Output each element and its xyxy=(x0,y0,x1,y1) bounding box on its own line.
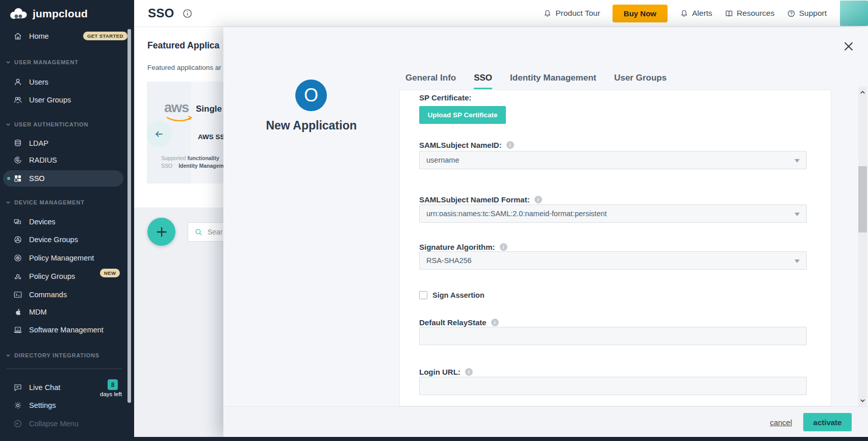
sign-assertion-checkbox-row[interactable]: Sign Assertion xyxy=(419,291,484,299)
logo-text: jumpcloud xyxy=(33,8,88,20)
sidebar-item-label: Software Management xyxy=(29,326,104,334)
login-url-label: Login URL:i xyxy=(419,368,473,376)
chevron-down-icon[interactable] xyxy=(6,122,11,127)
info-icon[interactable]: i xyxy=(500,243,507,251)
sidebar-item-mdm[interactable]: MDM xyxy=(0,304,125,320)
sidebar-item-label: LDAP xyxy=(29,139,48,147)
sidebar-item-collapse-menu[interactable]: Collapse Menu xyxy=(0,416,125,431)
sidebar-scrollbar-thumb[interactable] xyxy=(127,29,131,403)
product-tour-label: Product Tour xyxy=(555,9,600,18)
sidebar-item-user-groups[interactable]: User Groups xyxy=(0,92,125,108)
sidebar-item-settings[interactable]: Settings xyxy=(0,398,125,413)
search-icon xyxy=(194,228,203,237)
sidebar-item-devices[interactable]: Devices xyxy=(0,214,125,229)
terminal-icon xyxy=(13,290,22,299)
sidebar-item-label: SSO xyxy=(29,174,45,183)
cancel-button[interactable]: cancel xyxy=(770,418,792,427)
info-icon[interactable] xyxy=(183,9,192,18)
tab-user-groups[interactable]: User Groups xyxy=(614,73,667,89)
chevron-down-icon[interactable] xyxy=(6,353,11,358)
activate-button[interactable]: activate xyxy=(803,413,852,431)
aws-smile-icon xyxy=(166,115,194,123)
book-icon xyxy=(725,9,733,18)
info-icon[interactable]: i xyxy=(465,368,473,376)
users-icon xyxy=(13,95,22,105)
modal-scrollbar[interactable] xyxy=(858,87,867,406)
sidebar-item-label: RADIUS xyxy=(29,156,57,164)
section-device-management[interactable]: DEVICE MANAGEMENT xyxy=(14,199,85,205)
aws-card-name: AWS SS xyxy=(198,133,225,141)
aws-card-title: Single xyxy=(196,104,222,114)
sidebar-item-label: Live Chat xyxy=(29,383,60,392)
plus-icon xyxy=(155,225,169,239)
chevron-down-icon[interactable] xyxy=(859,397,866,404)
sidebar-item-label: Policy Management xyxy=(29,254,94,262)
sidebar-item-label: Policy Groups xyxy=(29,272,75,280)
sidebar-item-software-management[interactable]: Software Management xyxy=(0,322,125,338)
sidebar-item-radius[interactable]: RADIUS xyxy=(0,152,125,168)
aws-logo-text: aws xyxy=(164,100,189,116)
sidebar-item-label: User Groups xyxy=(29,96,71,104)
signature-algorithm-select[interactable]: RSA-SHA256 xyxy=(419,251,807,270)
sidebar-item-commands[interactable]: Commands xyxy=(0,287,125,302)
nameid-format-label: SAMLSubject NameID Format:i xyxy=(419,195,542,204)
get-started-badge[interactable]: GET STARTED xyxy=(83,32,127,40)
sign-assertion-checkbox[interactable] xyxy=(419,291,427,299)
chevron-up-icon[interactable] xyxy=(859,89,866,96)
close-button[interactable] xyxy=(843,40,855,53)
sp-certificate-label: SP Certificate: xyxy=(419,93,471,102)
info-icon[interactable]: i xyxy=(491,319,499,326)
tab-sso[interactable]: SSO xyxy=(474,73,492,89)
jumpcloud-logo[interactable]: jumpcloud xyxy=(8,7,88,20)
database-icon xyxy=(13,139,22,148)
sidebar-item-users[interactable]: Users xyxy=(0,74,125,90)
scrollbar-thumb[interactable] xyxy=(858,166,867,232)
gear-icon xyxy=(13,401,22,410)
window-bottom-edge xyxy=(0,437,868,441)
sidebar-divider xyxy=(6,369,122,369)
user-avatar[interactable] xyxy=(840,1,868,26)
collapse-arrow-icon xyxy=(13,419,22,428)
alerts-label: Alerts xyxy=(692,9,712,18)
sidebar-item-sso[interactable]: SSO xyxy=(0,171,125,186)
support-button[interactable]: Support xyxy=(787,9,827,18)
info-icon[interactable]: i xyxy=(506,141,514,149)
default-relaystate-input[interactable] xyxy=(419,327,807,345)
chevron-down-icon[interactable] xyxy=(6,60,11,65)
alerts-button[interactable]: Alerts xyxy=(680,9,712,18)
application-logo: O xyxy=(295,80,327,111)
devices-icon xyxy=(13,217,22,226)
sidebar-item-ldap[interactable]: LDAP xyxy=(0,136,125,151)
section-directory-integrations[interactable]: DIRECTORY INTEGRATIONS xyxy=(14,352,99,358)
add-application-button[interactable] xyxy=(147,218,175,246)
modal-tabs: General Info SSO Identity Management Use… xyxy=(405,73,667,89)
aws-card-tags: SSOIdentity Managemen xyxy=(161,163,230,169)
page-title: SSO xyxy=(148,6,174,20)
trial-days-badge: 8 xyxy=(108,379,118,390)
sidebar-item-label: Devices xyxy=(29,218,56,226)
resources-button[interactable]: Resources xyxy=(725,9,775,18)
section-user-authentication[interactable]: USER AUTHENTICATION xyxy=(14,121,88,127)
sidebar-item-label: MDM xyxy=(29,308,47,316)
section-user-management[interactable]: USER MANAGEMENT xyxy=(14,59,79,65)
tab-general-info[interactable]: General Info xyxy=(405,73,456,89)
home-icon xyxy=(13,32,22,41)
chevron-down-icon[interactable] xyxy=(6,200,11,205)
buy-now-button[interactable]: Buy Now xyxy=(612,5,668,22)
sidebar-item-device-groups[interactable]: Device Groups xyxy=(0,232,125,247)
grid-icon xyxy=(13,174,22,183)
sidebar-item-policy-management[interactable]: Policy Management xyxy=(0,250,125,266)
nameid-format-select[interactable]: urn:oasis:names:tc:SAML:2.0:nameid-forma… xyxy=(419,204,807,223)
product-tour-button[interactable]: Product Tour xyxy=(543,9,600,18)
tab-identity-management[interactable]: Identity Management xyxy=(510,73,596,89)
login-url-input[interactable] xyxy=(419,377,807,395)
nameid-select[interactable]: username xyxy=(419,151,807,169)
carousel-back-button[interactable] xyxy=(147,121,172,147)
sidebar-item-label: Users xyxy=(29,78,48,86)
resources-label: Resources xyxy=(737,9,775,18)
upload-sp-certificate-button[interactable]: Upload SP Certificate xyxy=(419,106,506,124)
radar-icon xyxy=(13,155,22,165)
trial-days-label: days left xyxy=(100,391,122,397)
aws-supported-functionality: Supported functionality xyxy=(161,155,219,161)
info-icon[interactable]: i xyxy=(534,196,542,203)
